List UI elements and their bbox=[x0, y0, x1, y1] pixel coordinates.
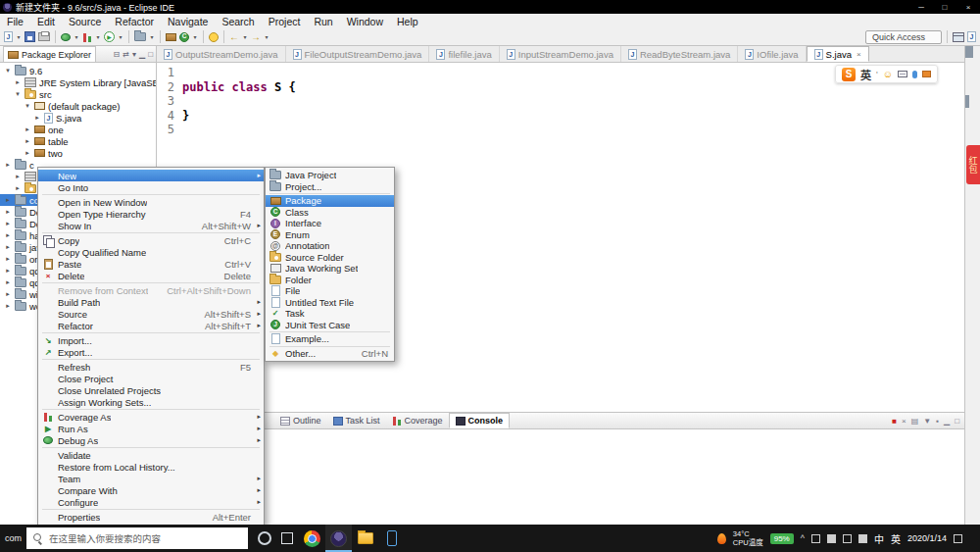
expand-arrow[interactable]: ▸ bbox=[14, 184, 22, 192]
java-perspective-icon[interactable]: J bbox=[967, 31, 976, 42]
red-packet-badge[interactable]: 红包 bbox=[966, 145, 980, 184]
tree-item-table[interactable]: ▸table bbox=[0, 135, 156, 147]
menu-item-debug-as[interactable]: Debug As▸ bbox=[38, 434, 264, 446]
new-java-project-button[interactable] bbox=[134, 32, 146, 41]
run-button[interactable]: ▶ bbox=[104, 31, 115, 42]
menu-item-properties[interactable]: PropertiesAlt+Enter bbox=[38, 511, 264, 523]
tree-item-src[interactable]: ▾src bbox=[0, 88, 156, 100]
menu-item-restore-from-local-history[interactable]: Restore from Local History... bbox=[38, 461, 264, 473]
cortana-icon[interactable] bbox=[258, 531, 271, 545]
menu-item-open-in-new-window[interactable]: Open in New Window bbox=[38, 196, 264, 208]
clear-console-icon[interactable]: ▤ bbox=[911, 417, 919, 426]
ime-cn-indicator[interactable]: 中 bbox=[874, 531, 884, 546]
menu-item-run-as[interactable]: ▶Run As▸ bbox=[38, 423, 264, 434]
minimized-view-icon[interactable] bbox=[967, 95, 969, 108]
editor-tab[interactable]: JInputStreamDemo.java bbox=[500, 46, 621, 62]
taskbar-app-eclipse[interactable] bbox=[325, 525, 352, 552]
battery-indicator[interactable]: 95% bbox=[770, 533, 794, 544]
tab-outline[interactable]: Outline bbox=[274, 413, 327, 428]
expand-arrow[interactable]: ▸ bbox=[24, 149, 31, 157]
submenu-item-file[interactable]: File bbox=[266, 285, 394, 297]
new-project-caret[interactable]: ▾ bbox=[149, 33, 155, 40]
menu-item-team[interactable]: Team▸ bbox=[38, 473, 264, 484]
run-caret[interactable]: ▾ bbox=[118, 33, 123, 40]
tree-item-project[interactable]: ▾9.6 bbox=[0, 65, 156, 76]
menu-item-copy-qualified-name[interactable]: Copy Qualified Name bbox=[38, 246, 264, 258]
menu-item-close-project[interactable]: Close Project bbox=[38, 373, 264, 384]
menu-item-assign-working-sets[interactable]: Assign Working Sets... bbox=[38, 396, 264, 408]
tray-icon[interactable] bbox=[811, 534, 820, 543]
expand-arrow[interactable]: ▸ bbox=[4, 278, 12, 286]
menu-refactor[interactable]: Refactor bbox=[108, 16, 161, 27]
submenu-item-package[interactable]: Package bbox=[266, 195, 394, 207]
task-view-icon[interactable] bbox=[281, 532, 293, 544]
tray-expand-icon[interactable]: ^ bbox=[801, 533, 805, 543]
menu-item-close-unrelated-projects[interactable]: Close Unrelated Projects bbox=[38, 384, 264, 396]
pin-console-icon[interactable]: ▪ bbox=[936, 417, 939, 426]
package-explorer-tab[interactable]: Package Explorer bbox=[3, 46, 96, 62]
submenu-item-source-folder[interactable]: Source Folder bbox=[266, 252, 394, 264]
menu-navigate[interactable]: Navigate bbox=[161, 16, 215, 27]
expand-arrow[interactable]: ▾ bbox=[4, 67, 12, 75]
new-class-caret[interactable]: ▾ bbox=[192, 33, 198, 40]
taskbar-app-chrome[interactable] bbox=[299, 525, 325, 552]
tree-item-two[interactable]: ▸two bbox=[0, 147, 156, 159]
submenu-item-task[interactable]: ✓Task bbox=[266, 308, 394, 320]
submenu-item-junit-test-case[interactable]: JJUnit Test Case bbox=[266, 320, 394, 331]
expand-arrow[interactable]: ▸ bbox=[4, 290, 12, 298]
menu-item-refactor[interactable]: RefactorAlt+Shift+T▸ bbox=[38, 320, 264, 331]
menu-file[interactable]: File bbox=[0, 16, 30, 27]
menu-item-copy[interactable]: CopyCtrl+C bbox=[38, 234, 264, 246]
debug-button[interactable] bbox=[61, 33, 71, 41]
tree-item-default-package[interactable]: ▾(default package) bbox=[0, 100, 156, 112]
menu-item-show-in[interactable]: Show InAlt+Shift+W▸ bbox=[38, 220, 264, 231]
menu-item-build-path[interactable]: Build Path▸ bbox=[38, 296, 264, 308]
forward-button[interactable]: → bbox=[251, 31, 261, 42]
editor-tab[interactable]: JFileOutputStreamDemo.java bbox=[286, 46, 430, 62]
editor-tab[interactable]: JOutputStreamDemo.java bbox=[157, 46, 286, 62]
expand-arrow[interactable]: ▸ bbox=[4, 161, 12, 169]
punctuation-icon[interactable]: ' bbox=[876, 70, 878, 79]
open-perspective-icon[interactable] bbox=[953, 32, 964, 42]
submenu-item-java-project[interactable]: Java Project bbox=[266, 170, 394, 181]
menu-item-go-into[interactable]: Go Into bbox=[38, 181, 264, 193]
tray-icon[interactable] bbox=[827, 534, 836, 543]
search-button[interactable] bbox=[209, 32, 219, 42]
menu-search[interactable]: Search bbox=[215, 16, 261, 27]
debug-caret[interactable]: ▾ bbox=[74, 33, 79, 40]
menu-item-import[interactable]: ↘Import... bbox=[38, 334, 264, 346]
print-button[interactable] bbox=[38, 32, 50, 41]
menu-run[interactable]: Run bbox=[307, 16, 339, 27]
cpu-temp-widget[interactable]: 34°CCPU温度 bbox=[733, 529, 763, 548]
menu-window[interactable]: Window bbox=[340, 16, 390, 27]
submenu-item-untitled-text-file[interactable]: Untitled Text File bbox=[266, 297, 394, 309]
submenu-item-other[interactable]: ◆Other...Ctrl+N bbox=[266, 348, 394, 360]
tree-item-s-java[interactable]: ▸JS.java bbox=[0, 112, 156, 124]
quick-access-button[interactable]: Quick Access bbox=[865, 30, 942, 44]
editor-tab[interactable]: JIOfile.java bbox=[738, 46, 806, 62]
submenu-item-enum[interactable]: EEnum bbox=[266, 229, 394, 241]
tray-icon[interactable] bbox=[843, 534, 852, 543]
expand-arrow[interactable]: ▸ bbox=[14, 78, 22, 86]
scroll-lock-icon[interactable]: ▼ bbox=[923, 417, 931, 426]
menu-source[interactable]: Source bbox=[62, 16, 108, 27]
console-output[interactable]: time. bbox=[157, 429, 964, 448]
maximize-view-icon[interactable]: □ bbox=[148, 50, 153, 59]
collapse-all-icon[interactable]: ⊟ bbox=[114, 50, 121, 59]
tab-task-list[interactable]: Task List bbox=[327, 413, 386, 428]
ime-mode-toggle[interactable]: 英 bbox=[860, 67, 871, 82]
expand-arrow[interactable]: ▸ bbox=[4, 196, 12, 204]
sogou-logo-icon[interactable]: S bbox=[842, 68, 856, 81]
menu-item-paste[interactable]: PasteCtrl+V bbox=[38, 258, 264, 270]
menu-project[interactable]: Project bbox=[262, 16, 308, 27]
close-button[interactable]: × bbox=[956, 0, 980, 14]
minimize-panel-icon[interactable]: ▁ bbox=[944, 417, 950, 426]
expand-arrow[interactable]: ▸ bbox=[4, 267, 12, 275]
expand-arrow[interactable]: ▸ bbox=[4, 243, 12, 251]
new-package-button[interactable] bbox=[166, 33, 176, 41]
tab-console[interactable]: Console bbox=[449, 413, 511, 428]
tree-item-jre-library[interactable]: ▸JRE System Library [JavaSE-1.8] bbox=[0, 76, 156, 88]
menu-item-compare-with[interactable]: Compare With▸ bbox=[38, 484, 264, 496]
maximize-button[interactable]: □ bbox=[933, 0, 956, 14]
new-class-button[interactable]: C bbox=[179, 32, 189, 42]
